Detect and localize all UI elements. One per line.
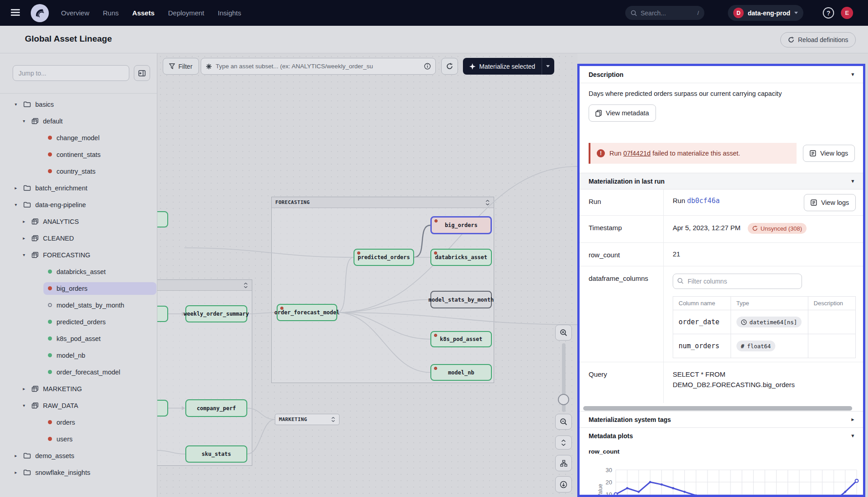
help-icon[interactable]: ? — [823, 7, 834, 19]
collapsed-group-node-MARKETING[interactable]: MARKETING — [275, 414, 340, 425]
recenter-button[interactable] — [555, 476, 572, 492]
sidebar-item-label: databricks_asset — [57, 268, 106, 275]
lineage-canvas[interactable]: Filter Materialize selected FORECASTINGw… — [157, 53, 577, 497]
nav-tab-assets[interactable]: Assets — [132, 9, 155, 17]
sidebar-item-default[interactable]: ▾default — [0, 113, 157, 129]
nav-tab-deployment[interactable]: Deployment — [168, 9, 204, 17]
info-icon[interactable] — [424, 63, 431, 70]
reload-definitions-button[interactable]: Reload definitions — [780, 32, 856, 47]
table-row: num_orders#float64 — [673, 334, 856, 358]
filter-button[interactable]: Filter — [163, 58, 199, 75]
asset-node-databricks_asset[interactable]: databricks_asset — [430, 249, 492, 266]
zoom-slider[interactable] — [555, 343, 572, 412]
caret-down-icon[interactable]: ▾ — [13, 202, 19, 207]
caret-down-icon[interactable]: ▾ — [21, 403, 27, 408]
lineage-edges — [157, 53, 577, 497]
sidebar-item-snowflake_insights[interactable]: ▸snowflake_insights — [0, 464, 157, 481]
asset-node-predicted_orders[interactable]: predicted_orders — [354, 249, 414, 266]
view-logs-button-error[interactable]: View logs — [803, 145, 855, 162]
sidebar-item-label: predicted_orders — [57, 318, 106, 326]
system-tags-section-header[interactable]: Materialization system tags ▸ — [580, 411, 863, 427]
jump-to-input[interactable] — [13, 65, 129, 81]
caret-down-icon[interactable]: ▾ — [21, 252, 27, 257]
asset-node-order_forecast_model[interactable]: order_forecast_model — [277, 304, 337, 321]
caret-right-icon[interactable]: ▸ — [21, 386, 27, 391]
menu-icon[interactable] — [11, 9, 20, 16]
asset-node-model_stats_by_month[interactable]: model_stats_by_month — [430, 291, 492, 308]
sidebar-item-predicted_orders[interactable]: predicted_orders — [0, 313, 157, 330]
run-id-link[interactable]: db0cf46a — [687, 197, 720, 205]
collapse-sidebar-button[interactable] — [134, 65, 150, 81]
sidebar-item-RAW_DATA[interactable]: ▾RAW_DATA — [0, 397, 157, 414]
sidebar-item-k8s_pod_asset[interactable]: k8s_pod_asset — [0, 330, 157, 347]
sidebar-item-demo_assets[interactable]: ▸demo_assets — [0, 447, 157, 464]
failed-run-link[interactable]: 07f4421d — [623, 150, 651, 157]
filter-columns-input[interactable] — [673, 274, 802, 289]
zoom-in-button[interactable] — [555, 325, 572, 341]
sidebar-item-batch_enrichment[interactable]: ▸batch_enrichment — [0, 180, 157, 196]
horizontal-scrollbar[interactable] — [583, 406, 852, 411]
materialization-section-header[interactable]: Materialization in last run ▾ — [580, 173, 863, 189]
asset-node-k8s_pod_asset[interactable]: k8s_pod_asset — [430, 331, 492, 347]
asset-subset-input[interactable] — [216, 63, 420, 70]
asset-node-partial-3[interactable] — [157, 400, 168, 417]
sidebar-item-data-eng-pipeline[interactable]: ▾data-eng-pipeline — [0, 196, 157, 213]
asset-node-big_orders[interactable]: big_orders — [430, 216, 492, 234]
nav-tab-runs[interactable]: Runs — [103, 9, 119, 17]
description-section-header[interactable]: Description ▾ — [580, 66, 863, 83]
graph-layout-button[interactable] — [555, 455, 572, 471]
avatar[interactable]: E — [841, 7, 853, 19]
asset-node-model_nb[interactable]: model_nb — [430, 364, 492, 381]
asset-node-sku_stats[interactable]: sku_stats — [185, 445, 247, 463]
sidebar-item-label: big_orders — [57, 285, 88, 292]
caret-right-icon[interactable]: ▸ — [13, 470, 19, 475]
asset-node-partial-1[interactable] — [157, 211, 168, 227]
sidebar-item-orders[interactable]: orders — [0, 414, 157, 431]
caret-right-icon[interactable]: ▸ — [21, 236, 27, 241]
top-nav: OverviewRunsAssetsDeploymentInsights Sea… — [0, 0, 868, 26]
sidebar-item-users[interactable]: users — [0, 431, 157, 447]
sidebar-item-model_stats_by_month[interactable]: model_stats_by_month — [0, 297, 157, 313]
zoom-slider-handle[interactable] — [558, 394, 569, 405]
view-metadata-button[interactable]: View metadata — [589, 104, 656, 122]
sidebar-item-CLEANED[interactable]: ▸CLEANED — [0, 230, 157, 246]
asset-subset-field[interactable] — [201, 58, 436, 75]
metadata-plots-section-header[interactable]: Metadata plots ▾ — [580, 427, 863, 444]
collapse-groups-button[interactable] — [555, 435, 572, 450]
sidebar-item-continent_stats[interactable]: continent_stats — [0, 146, 157, 163]
caret-down-icon[interactable]: ▾ — [21, 118, 27, 123]
caret-right-icon[interactable]: ▸ — [13, 185, 19, 190]
nav-tab-insights[interactable]: Insights — [218, 9, 241, 17]
sidebar-item-FORECASTING[interactable]: ▾FORECASTING — [0, 246, 157, 263]
workspace-switcher[interactable]: D data-eng-prod — [728, 5, 803, 21]
sidebar-item-model_nb[interactable]: model_nb — [0, 347, 157, 364]
zoom-out-button[interactable] — [555, 414, 572, 430]
sidebar-item-MARKETING[interactable]: ▸MARKETING — [0, 380, 157, 397]
asset-node-partial-2[interactable] — [157, 306, 168, 322]
materialize-dropdown-button[interactable] — [542, 58, 554, 75]
failed-status-icon — [48, 437, 52, 441]
view-logs-button-run[interactable]: View logs — [804, 194, 856, 211]
expand-group-icon[interactable] — [331, 417, 335, 422]
nav-tab-overview[interactable]: Overview — [61, 9, 90, 17]
caret-right-icon[interactable]: ▸ — [13, 453, 19, 458]
dagster-logo-icon[interactable] — [31, 4, 49, 22]
asset-node-weekly_order_summary[interactable]: weekly_order_summary — [185, 305, 247, 322]
column-header-type: Type — [731, 297, 808, 310]
sidebar-item-order_forecast_model[interactable]: order_forecast_model — [0, 364, 157, 380]
caret-right-icon[interactable]: ▸ — [21, 219, 27, 224]
global-search[interactable]: Search... / — [625, 6, 704, 20]
view-metadata-label: View metadata — [606, 109, 649, 117]
sidebar-item-ANALYTICS[interactable]: ▸ANALYTICS — [0, 213, 157, 230]
materialize-selected-button[interactable]: Materialize selected — [463, 58, 554, 75]
sidebar-item-basics[interactable]: ▾basics — [0, 96, 157, 113]
asset-node-company_perf[interactable]: company_perf — [185, 399, 247, 417]
unsynced-badge[interactable]: Unsynced (308) — [748, 223, 807, 234]
sidebar-item-country_stats[interactable]: country_stats — [0, 163, 157, 180]
refresh-graph-button[interactable] — [441, 58, 458, 75]
sidebar-item-change_model[interactable]: change_model — [0, 129, 157, 146]
sidebar-item-databricks_asset[interactable]: databricks_asset — [0, 263, 157, 280]
asset-group-icon — [32, 252, 38, 258]
sidebar-item-big_orders[interactable]: big_orders — [0, 280, 157, 297]
caret-down-icon[interactable]: ▾ — [13, 102, 19, 107]
